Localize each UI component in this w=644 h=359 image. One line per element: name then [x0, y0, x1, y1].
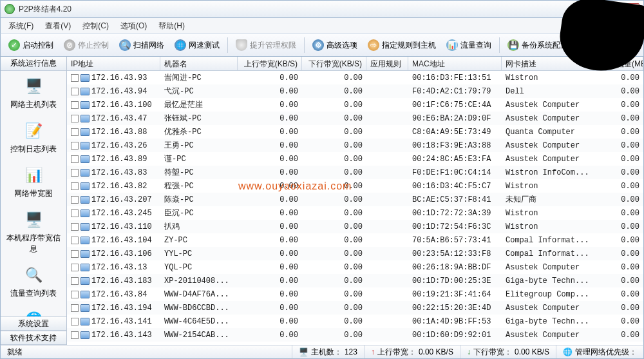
table-row[interactable]: 172.16.43.84WWW-D4AF76A...0.000.0000:19:… [67, 287, 643, 301]
menubar: 系统(F) 查看(V) 控制(C) 选项(O) 帮助(H) [0, 18, 644, 34]
checkbox[interactable] [71, 115, 79, 122]
assign-rule-button[interactable]: ⇨指定规则到主机 [364, 38, 440, 52]
search-icon: 🔍 [23, 265, 44, 286]
status-dn-label: 下行带宽： [473, 347, 512, 358]
sidebar-item-bandwidth[interactable]: 📊网络带宽图 [1, 160, 66, 204]
separator [227, 37, 228, 53]
checkbox[interactable] [71, 277, 79, 285]
checkbox[interactable] [71, 291, 79, 298]
pc-icon [80, 142, 90, 150]
separator [304, 37, 305, 53]
table-row[interactable]: 172.16.43.94弋沉-PC0.000.00F0:4D:A2:C1:79:… [67, 84, 643, 98]
arrow-up-icon: ↑ [371, 347, 375, 356]
table-row[interactable]: 172.16.43.82程强-PC0.000.0000:16:D3:4C:F5:… [67, 179, 643, 193]
table-row[interactable]: 172.16.43.13YQL-PC0.000.0000:26:18:9A:BB… [67, 260, 643, 274]
table-row[interactable]: 172.16.43.47张钰斌-PC0.000.0090:E6:BA:2A:D9… [67, 112, 643, 125]
table-row[interactable]: 172.16.43.62WWW-002DC90...0.000.0000:1B:… [67, 342, 643, 345]
host-list: IP地址 机器名 上行带宽(KB/S) 下行带宽(KB/S) 应用规则 MAC地… [67, 57, 643, 345]
sidebar-system-settings[interactable]: 系统设置 [1, 316, 66, 331]
advanced-options-label: 高级选项 [327, 40, 357, 51]
scan-network-label: 扫描网络 [133, 40, 164, 51]
flow-query-button[interactable]: 📊流量查询 [442, 38, 495, 52]
table-row[interactable]: 172.16.43.194WWW-BD6CCBD...0.000.0000:22… [67, 301, 643, 315]
sidebar-item-localbw[interactable]: 🖥️本机程序带宽信息 [1, 204, 66, 260]
sidebar-item-label: 本机程序带宽信息 [3, 233, 64, 255]
table-row[interactable]: 172.16.43.143WWW-2154CAB...0.000.0000:1D… [67, 328, 643, 342]
checkbox[interactable] [71, 196, 79, 204]
titlebar: P2P终结者4.20 — □ ✕ [0, 0, 644, 18]
sidebar-bottom: 系统设置 软件技术支持 [1, 316, 66, 345]
elevate-button[interactable]: 提升管理权限 [232, 38, 300, 52]
column-headers: IP地址 机器名 上行带宽(KB/S) 下行带宽(KB/S) 应用规则 MAC地… [67, 57, 643, 71]
checkbox[interactable] [71, 318, 79, 325]
checkbox[interactable] [71, 142, 79, 150]
col-name[interactable]: 机器名 [160, 57, 238, 70]
checkbox[interactable] [71, 74, 79, 82]
table-row[interactable]: 172.16.43.141WWW-4C64E5D...0.000.0000:1A… [67, 315, 643, 328]
table-row[interactable]: 172.16.43.89谨-PC0.000.0000:24:8C:A5:E3:F… [67, 152, 643, 166]
table-row[interactable]: 172.16.43.104ZY-PC0.000.0070:5A:B6:57:73… [67, 233, 643, 247]
checkbox[interactable] [71, 182, 79, 190]
checkbox[interactable] [71, 345, 79, 345]
sidebar-item-flowquery[interactable]: 🔍流量查询列表 [1, 260, 66, 304]
start-control-button[interactable]: ✓启动控制 [5, 38, 57, 52]
menu-system[interactable]: 系统(F) [5, 19, 37, 33]
flow-query-label: 流量查询 [460, 40, 491, 51]
stop-control-button[interactable]: ⊘停止控制 [60, 38, 113, 52]
menu-control[interactable]: 控制(C) [79, 19, 113, 33]
table-row[interactable]: 172.16.43.88优雅杀-PC0.000.00C8:0A:A9:5E:73… [67, 125, 643, 139]
table-row[interactable]: 172.16.43.93訔闻进-PC0.000.0000:16:D3:FE:13… [67, 71, 643, 84]
checkbox[interactable] [71, 250, 79, 258]
sidebar-tech-support[interactable]: 软件技术支持 [1, 331, 66, 345]
table-row[interactable]: 172.16.43.110扒鸡0.000.0000:1D:72:54:F6:3C… [67, 220, 643, 233]
checkbox[interactable] [71, 264, 79, 271]
table-row[interactable]: 172.16.43.106YYL-PC0.000.0000:23:5A:12:3… [67, 247, 643, 260]
menu-options[interactable]: 选项(O) [117, 19, 151, 33]
checkbox[interactable] [71, 331, 79, 339]
table-body[interactable]: 172.16.43.93訔闻进-PC0.000.0000:16:D3:FE:13… [67, 71, 643, 345]
checkbox[interactable] [71, 88, 79, 95]
col-mac[interactable]: MAC地址 [408, 57, 502, 70]
globe-icon: 🌐 [23, 309, 44, 316]
advanced-options-button[interactable]: ⚙高级选项 [308, 38, 361, 52]
checkbox[interactable] [71, 101, 79, 109]
pc-icon [80, 155, 90, 163]
checkbox[interactable] [71, 169, 79, 177]
checkbox[interactable] [71, 155, 79, 163]
table-row[interactable]: 172.16.43.183XP-20110408...0.000.0000:1D… [67, 274, 643, 287]
table-row[interactable]: 172.16.43.207陈焱-PC0.000.00BC:AE:C5:37:F8… [67, 193, 643, 206]
checkbox[interactable] [71, 128, 79, 136]
col-dn[interactable]: 下行带宽(KB/S) [302, 57, 366, 70]
speed-test-label: 网速测试 [189, 40, 220, 51]
pc-icon [80, 101, 90, 109]
pc-icon [80, 237, 90, 244]
col-ip[interactable]: IP地址 [67, 57, 160, 70]
stop-control-label: 停止控制 [78, 40, 109, 51]
pc-icon [80, 331, 90, 339]
gear-icon: ⚙ [312, 39, 324, 51]
table-row[interactable]: 172.16.43.245臣沉-PC0.000.0000:1D:72:72:3A… [67, 206, 643, 220]
status-hosts-value: 123 [345, 347, 357, 356]
sidebar-item-extra[interactable]: 🌐 [1, 304, 66, 316]
checkbox[interactable] [71, 237, 79, 244]
col-up[interactable]: 上行带宽(KB/S) [238, 57, 302, 70]
window-title: P2P终结者4.20 [19, 4, 583, 15]
table-row[interactable]: 172.16.43.100最忆是茫崖0.000.0000:1F:C6:75:CE… [67, 98, 643, 112]
col-rule[interactable]: 应用规则 [366, 57, 408, 70]
table-row[interactable]: 172.16.43.26王勇-PC0.000.0000:18:F3:9E:A3:… [67, 139, 643, 152]
sidebar-item-loglist[interactable]: 📝控制日志列表 [1, 115, 66, 160]
checkbox[interactable] [71, 304, 79, 312]
checkbox[interactable] [71, 223, 79, 231]
checkbox[interactable] [71, 209, 79, 217]
sidebar-item-hostlist[interactable]: 🖥️网络主机列表 [1, 71, 66, 115]
scan-network-button[interactable]: 🔍扫描网络 [115, 38, 168, 52]
table-row[interactable]: 172.16.43.83符塱-PC0.000.00F0:DE:F1:0C:C4:… [67, 166, 643, 179]
menu-help[interactable]: 帮助(H) [155, 19, 189, 33]
menu-view[interactable]: 查看(V) [41, 19, 75, 33]
sidebar-top-tab[interactable]: 系统运行信息 [1, 57, 66, 71]
log-icon: 📝 [23, 121, 44, 141]
pc-icon [80, 182, 90, 190]
pc-icon: 🖥️ [23, 209, 44, 230]
sidebar-items: 🖥️网络主机列表 📝控制日志列表 📊网络带宽图 🖥️本机程序带宽信息 🔍流量查询… [1, 71, 66, 316]
speed-test-button[interactable]: 🌐网速测试 [171, 38, 223, 52]
